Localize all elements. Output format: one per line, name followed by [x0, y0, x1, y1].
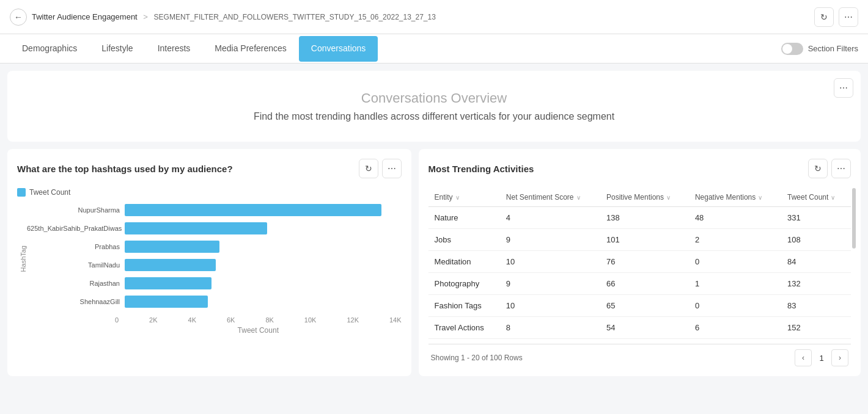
cell-tweet-count: 152 [781, 317, 851, 339]
cell-negative-mentions: 0 [689, 295, 781, 317]
table-header: Entity ∨ Net Sentiment Score ∨ [428, 188, 851, 207]
tweet-count-sort-icon[interactable]: ∨ [831, 194, 835, 201]
col-tweet-count[interactable]: Tweet Count ∨ [781, 188, 851, 207]
legend-label: Tweet Count [29, 188, 70, 197]
chart-panel-actions: ↻ ⋯ [359, 159, 402, 178]
bar-label: Prabhas [27, 243, 125, 250]
chart-content: NupurSharma625th_KabirSahib_PrakatDiwasP… [27, 204, 402, 314]
x-tick: 10K [304, 316, 317, 324]
bar-fill [125, 241, 219, 253]
col-entity[interactable]: Entity ∨ [428, 188, 500, 207]
current-page: 1 [815, 354, 828, 363]
cell-net-sentiment: 10 [500, 295, 600, 317]
tab-media-preferences[interactable]: Media Preferences [202, 36, 299, 62]
x-axis-ticks: 02K4K6K8K10K12K14K [17, 316, 402, 324]
bar-container [125, 259, 402, 271]
table-scrollbar[interactable] [852, 188, 856, 249]
x-tick: 8K [265, 316, 273, 324]
tab-lifestyle[interactable]: Lifestyle [89, 36, 145, 62]
bar-fill [125, 259, 216, 271]
cell-net-sentiment: 9 [500, 229, 600, 251]
back-button[interactable]: ← [10, 9, 27, 26]
cell-positive-mentions: 66 [600, 273, 689, 295]
negative-sort-icon[interactable]: ∨ [758, 194, 762, 201]
x-tick: 2K [149, 316, 157, 324]
legend-color [17, 188, 26, 197]
bar-label: NupurSharma [27, 206, 125, 214]
chart-legend: Tweet Count [17, 188, 402, 197]
col-positive-mentions[interactable]: Positive Mentions ∨ [600, 188, 689, 207]
net-sentiment-sort-icon[interactable]: ∨ [576, 194, 581, 201]
col-net-sentiment[interactable]: Net Sentiment Score ∨ [500, 188, 600, 207]
table-row: Fashion Tags1065083 [428, 295, 851, 317]
next-page-button[interactable]: › [831, 349, 848, 366]
section-filters-toggle[interactable] [781, 43, 803, 55]
table-row: Jobs91012108 [428, 229, 851, 251]
toggle-knob [782, 44, 792, 54]
table-body: Nature413848331Jobs91012108Meditation107… [428, 207, 851, 339]
cell-negative-mentions: 6 [689, 317, 781, 339]
cell-positive-mentions: 54 [600, 317, 689, 339]
tab-interests[interactable]: Interests [145, 36, 203, 62]
refresh-button[interactable]: ↻ [814, 7, 834, 27]
bar-container [125, 222, 402, 234]
x-axis-label: Tweet Count [17, 326, 402, 335]
tab-conversations[interactable]: Conversations [299, 36, 378, 62]
nav-tabs: Demographics Lifestyle Interests Media P… [0, 34, 868, 64]
chart-more-button[interactable]: ⋯ [382, 159, 402, 178]
bar-fill [125, 222, 267, 234]
bar-label: 625th_KabirSahib_PrakatDiwas [27, 225, 125, 232]
y-axis-label: HashTag [17, 245, 27, 272]
chart-title: What are the top hashtags used by my aud… [17, 164, 233, 174]
pagination-controls: ‹ 1 › [795, 349, 848, 366]
trending-table: Entity ∨ Net Sentiment Score ∨ [428, 188, 851, 339]
cell-net-sentiment: 4 [500, 207, 600, 229]
bar-container [125, 241, 402, 253]
chart-panel: What are the top hashtags used by my aud… [7, 149, 411, 376]
tab-demographics[interactable]: Demographics [10, 36, 89, 62]
cell-net-sentiment: 8 [500, 317, 600, 339]
bar-label: ShehnaazGill [27, 298, 125, 305]
cell-entity: Jobs [428, 229, 500, 251]
bar-container [125, 296, 402, 308]
bar-fill [125, 277, 211, 289]
table-panel: Most Trending Activities ↻ ⋯ Entity ∨ [419, 149, 861, 376]
chart-refresh-button[interactable]: ↻ [359, 159, 378, 178]
table-more-button[interactable]: ⋯ [831, 159, 851, 178]
cell-net-sentiment: 10 [500, 251, 600, 273]
table-refresh-button[interactable]: ↻ [808, 159, 828, 178]
cell-tweet-count: 108 [781, 229, 851, 251]
cell-tweet-count: 83 [781, 295, 851, 317]
cell-tweet-count: 84 [781, 251, 851, 273]
tab-list: Demographics Lifestyle Interests Media P… [10, 36, 378, 62]
more-options-button[interactable]: ⋯ [839, 7, 858, 27]
cell-positive-mentions: 76 [600, 251, 689, 273]
bar-fill [125, 204, 381, 216]
entity-sort-icon[interactable]: ∨ [455, 194, 460, 201]
x-tick: 12K [347, 316, 359, 324]
table-row: Meditation1076084 [428, 251, 851, 273]
breadcrumb: Twitter Audience Engagement > SEGMENT_FI… [32, 12, 436, 21]
col-negative-mentions[interactable]: Negative Mentions ∨ [689, 188, 781, 207]
bar-container [125, 204, 402, 216]
bar-row: NupurSharma [27, 204, 402, 216]
prev-page-button[interactable]: ‹ [795, 349, 812, 366]
cell-entity: Meditation [428, 251, 500, 273]
positive-sort-icon[interactable]: ∨ [666, 194, 671, 201]
table-row: Nature413848331 [428, 207, 851, 229]
header: ← Twitter Audience Engagement > SEGMENT_… [0, 0, 868, 34]
bar-row: Rajasthan [27, 277, 402, 289]
section-filters-control: Section Filters [781, 43, 858, 55]
table-scroll-area: Entity ∨ Net Sentiment Score ∨ [428, 188, 851, 339]
cell-positive-mentions: 101 [600, 229, 689, 251]
table-panel-header: Most Trending Activities ↻ ⋯ [428, 159, 851, 178]
x-tick: 6K [227, 316, 235, 324]
cell-entity: Photography [428, 273, 500, 295]
breadcrumb-title: Twitter Audience Engagement [32, 12, 138, 21]
chart-area: HashTag NupurSharma625th_KabirSahib_Prak… [17, 204, 402, 314]
pagination: Showing 1 - 20 of 100 Rows ‹ 1 › [428, 344, 851, 366]
x-tick: 4K [188, 316, 196, 324]
hero-more-button[interactable]: ⋯ [834, 78, 853, 98]
cell-tweet-count: 331 [781, 207, 851, 229]
pagination-info: Showing 1 - 20 of 100 Rows [431, 354, 523, 362]
